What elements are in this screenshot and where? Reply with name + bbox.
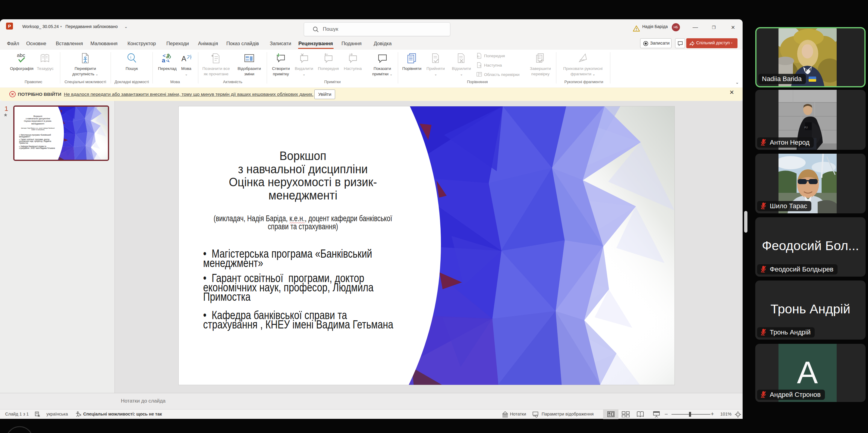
svg-text:i: i [130,55,131,59]
svg-text:PJ: PJ [804,126,808,129]
svg-text:a: a [162,57,165,64]
svg-text:A: A [797,355,818,390]
svg-text:가: 가 [187,54,192,60]
svg-text:abc: abc [17,53,25,58]
svg-text:A: A [181,55,186,63]
svg-text:あ: あ [166,53,171,59]
